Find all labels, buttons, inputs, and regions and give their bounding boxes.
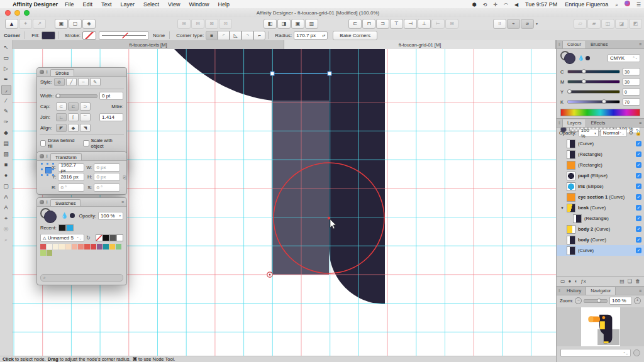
palette-swatch[interactable] — [103, 244, 109, 250]
corner-cutout-button[interactable]: ⌐ — [253, 31, 265, 40]
panel-close-icon[interactable] — [40, 154, 44, 158]
radius-stepper[interactable]: ▴▾ — [322, 33, 325, 37]
layer-visibility-checkbox[interactable]: ✓ — [636, 205, 641, 211]
document-tab[interactable]: ft-toucan-grid-01 [M] — [284, 40, 556, 49]
panel-menu-icon[interactable]: ≡ — [639, 121, 641, 125]
panel-menu-icon[interactable]: ≡ — [639, 42, 641, 47]
fill-stroke-selector[interactable] — [40, 208, 59, 223]
layer-row[interactable]: (Rectangle)✓ — [557, 213, 644, 224]
r-field[interactable]: 0 ° — [58, 184, 84, 192]
menu-clock[interactable]: Tue 9:57 PM — [521, 1, 561, 8]
corner-straight-button[interactable]: ◺ — [230, 31, 242, 40]
align-center-button[interactable]: ⊓ — [362, 19, 375, 29]
replicate-button[interactable]: ⊡ — [219, 19, 232, 29]
move-to-back-button[interactable]: ▥ — [305, 19, 318, 29]
h-field[interactable]: 0 px — [94, 173, 120, 181]
zoom-window-button[interactable] — [24, 10, 30, 16]
delete-layer-icon[interactable]: 🗑 — [635, 278, 640, 284]
rounded-rectangle-tool[interactable]: ▢ — [1, 181, 11, 191]
panel-close-icon[interactable] — [40, 200, 44, 204]
corner-concave-button[interactable]: ◝ — [242, 31, 253, 40]
corner-radius-center-handle[interactable] — [328, 217, 330, 219]
join-button-2[interactable]: ⌒ — [80, 113, 91, 121]
zoom-out-button[interactable]: − — [575, 297, 582, 304]
palette-swatch[interactable] — [84, 244, 90, 250]
frame-text-tool[interactable]: A — [1, 202, 11, 212]
align-button-0[interactable]: ◤ — [56, 124, 67, 132]
vector-crop-tool[interactable]: ▧ — [1, 149, 11, 159]
swatches-panel-header[interactable]: ‖ Swatches ≡ — [37, 198, 126, 207]
corner-tool[interactable]: ◞ — [1, 85, 11, 95]
layer-row[interactable]: (Curve)✓ — [557, 245, 644, 256]
lock-layer-icon[interactable]: 🔒 — [635, 130, 641, 136]
slider-value-field[interactable]: 70 — [623, 98, 640, 106]
panel-drag-handle[interactable]: ‖ — [558, 42, 560, 47]
colour-spectrum[interactable] — [560, 109, 640, 116]
zoom-in-button[interactable]: + — [634, 297, 641, 304]
panel-drag-handle[interactable]: ‖ — [46, 200, 48, 204]
new-layer-icon[interactable]: ▤ — [619, 278, 625, 284]
align-right-button[interactable]: ⊐ — [376, 19, 389, 29]
layer-row[interactable]: body 2 (Curve)✓ — [557, 224, 644, 234]
dropbox-icon[interactable]: ⬢ — [469, 2, 480, 8]
align-bottom-button[interactable]: ⊥ — [418, 19, 431, 29]
palette-swatch[interactable] — [40, 244, 46, 250]
canvas[interactable]: ‖ Stroke Style: ⊘╱┈✎ Width: 0 pt Cap: ⊂⊏… — [13, 49, 556, 356]
select-same-button[interactable]: ⊞ — [177, 19, 191, 29]
grey-swatch[interactable] — [109, 234, 116, 241]
subtract-button[interactable]: ◫ — [601, 19, 614, 29]
slider-value-field[interactable]: 0 — [623, 88, 640, 96]
intersect-button[interactable]: ◪ — [615, 19, 628, 29]
layer-visibility-checkbox[interactable]: ✓ — [636, 226, 641, 232]
siri-icon[interactable] — [621, 2, 633, 8]
s-field[interactable]: 0 ° — [94, 184, 120, 192]
insert-inside-button[interactable]: ▢ — [69, 19, 82, 29]
palette-swatch[interactable] — [109, 244, 115, 250]
align-button-2[interactable]: ◥ — [80, 124, 91, 132]
menu-item-help[interactable]: Help — [213, 1, 234, 8]
layer-row[interactable]: iris (Ellipse)✓ — [557, 181, 644, 192]
view-tool[interactable]: ◎ — [1, 224, 11, 234]
palette-swatch[interactable] — [40, 250, 46, 256]
palette-swatch[interactable] — [59, 244, 65, 250]
distribute-h-button[interactable]: ⊢ — [431, 19, 445, 29]
eyedropper-icon[interactable]: 💧 — [61, 212, 68, 219]
picked-colour-well[interactable] — [70, 213, 75, 218]
input-source-icon[interactable]: ✛ — [490, 2, 501, 8]
export-persona-button[interactable]: ↗ — [33, 19, 46, 29]
blend-mode-dropdown[interactable]: Normal⌃⌄ — [601, 129, 627, 137]
layer-row[interactable]: (Rectangle)✓ — [557, 160, 644, 170]
notification-center-icon[interactable]: ☰ — [633, 2, 644, 8]
palette-swatch[interactable] — [47, 250, 52, 256]
radius-input[interactable]: 170.7 px ▴▾ — [294, 31, 328, 40]
transform-panel-header[interactable]: ‖ Transform — [37, 152, 126, 161]
cap-button-1[interactable]: ⊏ — [68, 102, 79, 111]
convert-to-curves-button[interactable]: ▱ — [574, 19, 587, 29]
move-to-front-button[interactable]: ▣ — [291, 19, 304, 29]
cap-button-0[interactable]: ⊂ — [56, 102, 67, 111]
stroke-dash-button[interactable]: ┈ — [78, 78, 89, 86]
panel-menu-icon[interactable]: ≡ — [121, 200, 124, 204]
palette-swatch[interactable] — [47, 244, 52, 250]
layer-visibility-checkbox[interactable]: ✓ — [636, 173, 641, 178]
minimize-window-button[interactable] — [14, 10, 20, 16]
fx-icon[interactable]: ƒx — [580, 278, 586, 284]
app-menu[interactable]: Affinity Designer — [13, 1, 58, 8]
layer-row[interactable]: ▼beak (Curve)✓ — [557, 202, 644, 213]
palette-swatch[interactable] — [116, 244, 121, 250]
slider-track[interactable] — [567, 70, 620, 74]
colour-model-dropdown[interactable]: CMYK ⌃⌄ — [608, 54, 640, 62]
slider-track[interactable] — [567, 100, 620, 104]
zoom-value-field[interactable]: 100 % — [609, 297, 632, 305]
width-slider[interactable] — [55, 94, 97, 98]
palette-dropdown[interactable]: △ Unnamed 5 ⌃⌄ — [40, 234, 84, 242]
artboard-tool[interactable]: ▭ — [1, 53, 11, 63]
none-swatch[interactable] — [96, 234, 103, 241]
panel-menu-icon[interactable]: ≡ — [639, 288, 641, 293]
layer-visibility-checkbox[interactable]: ✓ — [636, 151, 641, 157]
width-field[interactable]: 0 pt — [99, 92, 123, 100]
link-dimensions-icon[interactable]: ⎘ — [123, 161, 126, 194]
ellipse-tool[interactable]: ● — [1, 170, 11, 180]
menu-item-file[interactable]: File — [60, 1, 79, 8]
layer-visibility-checkbox[interactable]: ✓ — [636, 141, 641, 146]
